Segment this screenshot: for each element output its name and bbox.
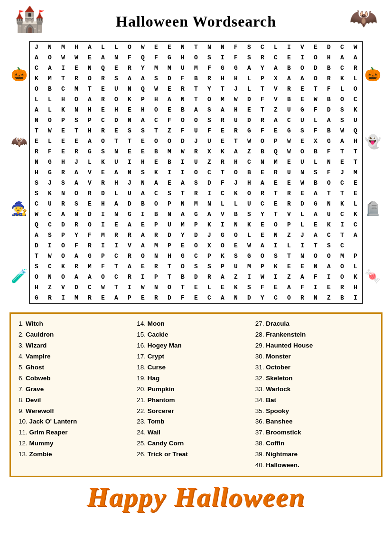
word-item: 38. Coffin — [255, 438, 370, 449]
grid-cell: A — [110, 167, 123, 178]
grid-cell: I — [309, 282, 322, 292]
grid-cell: T — [176, 188, 189, 198]
grid-cell: A — [30, 104, 43, 115]
grid-cell: O — [282, 292, 296, 303]
grid-cell: D — [163, 230, 176, 240]
grid-cell: P — [216, 261, 229, 272]
grid-cell: O — [43, 115, 56, 125]
grid-cell: L — [216, 198, 229, 209]
grid-cell: N — [43, 272, 56, 282]
grid-cell: W — [56, 52, 70, 63]
grid-table: JNMHALLOWEENTNNFSCLIVEDCWAOWWEANFQFGHOSI… — [30, 42, 362, 303]
word-item: 24. Wail — [137, 427, 251, 438]
word-item: 3. Wizard — [19, 340, 133, 351]
grid-cell: O — [349, 84, 362, 94]
grid-cell: E — [269, 282, 282, 292]
grid-cell: M — [189, 63, 203, 73]
grid-cell: T — [256, 104, 269, 115]
grid-cell: M — [349, 167, 362, 178]
grid-cell: G — [309, 198, 322, 209]
grid-cell: T — [256, 84, 269, 94]
grid-cell: K — [349, 104, 362, 115]
grid-cell: F — [322, 167, 336, 178]
grid-cell: R — [256, 52, 269, 63]
grid-cell: S — [163, 188, 176, 198]
grid-cell: G — [229, 63, 243, 73]
grid-cell: F — [256, 94, 269, 104]
grid-cell: H — [149, 94, 163, 104]
grid-cell: A — [30, 230, 43, 240]
grid-cell: L — [349, 198, 362, 209]
grid-cell: L — [110, 188, 123, 198]
word-item: 20. Pumpkin — [137, 384, 251, 395]
grid-cell: H — [243, 178, 256, 188]
grid-cell: P — [136, 94, 149, 104]
grid-cell: A — [43, 63, 56, 73]
grid-cell: C — [110, 272, 123, 282]
grid-cell: R — [123, 251, 136, 261]
grid-cell: D — [243, 115, 256, 125]
grid-cell: R — [70, 146, 83, 157]
grid-cell: T — [269, 209, 282, 219]
grid-cell: M — [163, 146, 176, 157]
word-item: 13. Zombie — [19, 449, 133, 460]
grid-cell: K — [349, 272, 362, 282]
grid-cell: E — [136, 219, 149, 230]
word-col-3: 27. Dracula28. Frankenstein29. Haunted H… — [255, 319, 373, 471]
grid-cell: I — [56, 63, 70, 73]
grid-cell: N — [203, 42, 216, 52]
grid-cell: S — [30, 178, 43, 188]
pumpkin-icon-right: 🎃 — [364, 66, 381, 82]
grid-cell: A — [83, 42, 96, 52]
grid-cell: M — [96, 230, 110, 240]
grid-cell: F — [96, 261, 110, 272]
grid-cell: O — [229, 167, 243, 178]
grid-cell: U — [322, 209, 336, 219]
grid-cell: L — [336, 84, 349, 94]
grid-cell: O — [322, 178, 336, 188]
grid-cell: V — [282, 209, 296, 219]
grid-cell: Z — [322, 292, 336, 303]
grid-cell: A — [136, 188, 149, 198]
grid-cell: E — [70, 136, 83, 146]
grid-cell: B — [282, 94, 296, 104]
grid-cell: H — [83, 104, 96, 115]
grid-cell: N — [83, 63, 96, 73]
grid-cell: C — [30, 198, 43, 209]
grid-cell: U — [43, 198, 56, 209]
grid-cell: E — [256, 167, 269, 178]
grid-cell: C — [30, 63, 43, 73]
word-item: 23. Tomb — [137, 416, 251, 427]
grid-cell: T — [163, 261, 176, 272]
grid-cell: C — [269, 52, 282, 63]
grid-cell: D — [203, 178, 216, 188]
word-item: 35. Spooky — [255, 406, 370, 417]
grid-cell: U — [349, 115, 362, 125]
grid-cell: E — [189, 292, 203, 303]
grid-cell: K — [96, 157, 110, 167]
grid-cell: G — [216, 230, 229, 240]
grid-row: ONOAAOCRIPTBDRAZIWIZAFIOK — [30, 272, 362, 282]
word-item: 40. Halloween. — [255, 460, 370, 471]
grid-cell: R — [282, 198, 296, 209]
grid-cell: A — [70, 178, 83, 188]
grid-cell: W — [43, 251, 56, 261]
grid-cell: R — [96, 94, 110, 104]
grid-cell: H — [30, 282, 43, 292]
grid-cell: R — [269, 167, 282, 178]
word-item: 6. Cobweb — [19, 373, 133, 384]
grid-cell: O — [70, 94, 83, 104]
grid-cell: D — [56, 219, 70, 230]
word-item: 19. Hag — [137, 373, 251, 384]
grid-cell: S — [203, 52, 216, 63]
grid-cell: E — [163, 104, 176, 115]
grid-cell: N — [43, 42, 56, 52]
grid-cell: T — [176, 282, 189, 292]
grid-cell: R — [70, 219, 83, 230]
grid-cell: H — [56, 94, 70, 104]
grid-cell: L — [243, 84, 256, 94]
grid-cell: R — [123, 272, 136, 282]
grid-cell: S — [123, 125, 136, 136]
grid-cell: W — [243, 136, 256, 146]
grid-cell: K — [149, 167, 163, 178]
